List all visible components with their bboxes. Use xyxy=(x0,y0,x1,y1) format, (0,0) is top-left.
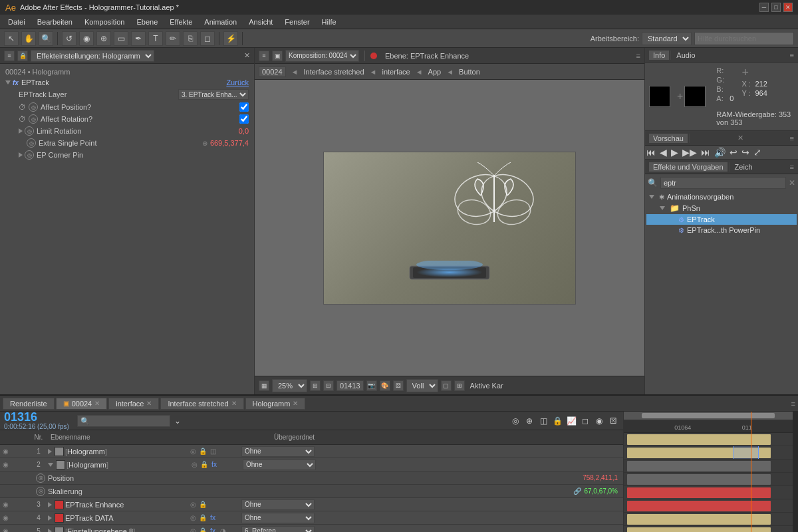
vorschau-settings-icon[interactable]: ≡ xyxy=(790,134,794,142)
ep-phsn-folder[interactable]: 📁 PhSn xyxy=(646,202,797,214)
layer-2-solo-switch[interactable]: ◎ xyxy=(190,461,199,468)
layer-3-parent-select[interactable]: Ohne xyxy=(241,499,315,510)
skalierung-value[interactable]: 67,0,67,0% xyxy=(584,487,618,495)
hand-tool-button[interactable]: ✋ xyxy=(21,31,36,46)
panel-menu-button[interactable]: ≡ xyxy=(4,51,15,61)
timeline-scrollbar-thumb[interactable] xyxy=(642,413,775,418)
tab-interface-close-icon[interactable]: ✕ xyxy=(146,400,152,407)
timeline-scrollbar[interactable] xyxy=(624,412,793,420)
tl-lock-icon[interactable]: 🔒 xyxy=(551,415,563,427)
tab-00024-close-icon[interactable]: ✕ xyxy=(94,400,100,407)
layer-1-collapse-icon[interactable]: ◫ xyxy=(208,448,217,455)
comp-select[interactable]: Komposition: 00024 xyxy=(285,50,359,62)
select-tool-button[interactable]: ↖ xyxy=(4,31,19,46)
layer-5-solo-switch[interactable]: ◎ xyxy=(188,527,198,532)
menu-animation[interactable]: Animation xyxy=(199,17,242,27)
comp-aspect-icon[interactable]: ⊟ xyxy=(323,380,334,391)
extra-point-value[interactable]: 669,5,377,4 xyxy=(210,139,249,147)
layer-2-expand-icon[interactable] xyxy=(48,463,53,467)
tab-interface-stretched-close-icon[interactable]: ✕ xyxy=(231,400,237,407)
layer-4-expand-icon[interactable] xyxy=(48,515,52,521)
tab-audio[interactable]: Audio xyxy=(672,51,699,60)
tl-expand-icon[interactable]: ⌄ xyxy=(172,415,184,427)
comp-region-icon[interactable]: ▢ xyxy=(441,380,452,391)
tab-renderliste[interactable]: Renderliste xyxy=(3,398,55,410)
vorschau-skip-start-button[interactable]: ⏮ xyxy=(646,147,656,158)
pen-tool-button[interactable]: ✒ xyxy=(131,31,146,46)
ep-eptrack-item[interactable]: ⚙ EPTrack xyxy=(646,214,797,225)
ep-eptrack-powerpin-item[interactable]: ⚙ EPTrack...th PowerPin xyxy=(646,225,797,235)
timeline-search-input[interactable] xyxy=(77,415,170,427)
menu-hilfe[interactable]: Hilfe xyxy=(317,17,342,27)
maximize-button[interactable]: □ xyxy=(771,3,781,12)
layer-2-lock-switch[interactable]: 🔒 xyxy=(200,461,209,468)
rect-tool-button[interactable]: ▭ xyxy=(114,31,128,46)
puppet-tool-button[interactable]: ⚡ xyxy=(223,31,238,46)
rotate-tool-button[interactable]: ↺ xyxy=(62,31,76,46)
layer-5-eye-icon[interactable]: ◉ xyxy=(0,527,11,532)
eraser-tool-button[interactable]: ◻ xyxy=(200,31,215,46)
layer-2-fx-icon[interactable]: fx xyxy=(209,461,219,468)
comp-3d-icon[interactable]: ⚄ xyxy=(393,380,404,391)
timeline-playhead[interactable] xyxy=(751,412,751,532)
ep-animationsvorgaben-folder[interactable]: ✱ Animationsvorgaben xyxy=(646,192,797,202)
affect-position-checkbox[interactable] xyxy=(239,102,249,112)
layer-3-expand-icon[interactable] xyxy=(48,502,52,507)
panel-close-button[interactable]: ✕ xyxy=(244,51,250,60)
layer-4-eye-icon[interactable]: ◉ xyxy=(0,514,11,521)
tl-graph-editor-icon[interactable]: 📈 xyxy=(565,415,577,427)
menu-bearbeiten[interactable]: Bearbeiten xyxy=(32,17,78,27)
ep-search-input[interactable] xyxy=(660,177,786,189)
eptrack-layer-select[interactable]: 3. EPTrack Enha... xyxy=(178,89,249,100)
layer-4-fx-icon[interactable]: fx xyxy=(208,514,217,521)
minimize-button[interactable]: ─ xyxy=(759,3,769,12)
layer-2-eye-icon[interactable]: ◉ xyxy=(0,461,11,468)
layer-5-expand-icon[interactable] xyxy=(48,529,52,533)
tab-00024[interactable]: ▣ 00024 ✕ xyxy=(56,398,108,410)
layer-1-expand-icon[interactable] xyxy=(48,449,52,454)
magnify-tool-button[interactable]: 🔍 xyxy=(39,31,53,46)
layer-3-solo-switch[interactable]: ◎ xyxy=(188,501,198,508)
timeline-ruler[interactable]: 01064 011 xyxy=(624,420,793,433)
vorschau-prev-frame-button[interactable]: ◀ xyxy=(660,147,667,158)
vorschau-next-frame-button[interactable]: ▶▶ xyxy=(682,147,697,158)
tl-frame-blend-icon[interactable]: ◫ xyxy=(537,415,549,427)
timeline-menu-icon[interactable]: ≡ xyxy=(791,400,795,408)
tab-interface[interactable]: interface ✕ xyxy=(108,398,159,410)
workspace-select[interactable]: Standard xyxy=(642,32,692,45)
breadcrumb-interface[interactable]: interface xyxy=(382,68,410,76)
tab-info[interactable]: Info xyxy=(649,51,669,60)
camera-tool-button[interactable]: ◉ xyxy=(79,31,94,46)
tab-hologramm-close-icon[interactable]: ✕ xyxy=(293,400,298,407)
vorschau-menu-icon[interactable]: ✕ xyxy=(737,134,743,142)
tl-draft-3d-icon[interactable]: ⚄ xyxy=(607,415,619,427)
layer-5-parent-select[interactable]: 6. Referen... xyxy=(241,526,315,533)
timeline-timecode[interactable]: 01316 xyxy=(4,412,69,423)
tl-solo-icon[interactable]: ◎ xyxy=(509,415,521,427)
vorschau-audio-button[interactable]: 🔊 xyxy=(714,147,726,158)
info-panel-menu-icon[interactable]: ≡ xyxy=(790,51,794,59)
menu-komposition[interactable]: Komposition xyxy=(79,17,130,27)
vorschau-skip-end-button[interactable]: ⏭ xyxy=(701,147,710,158)
tab-interface-stretched[interactable]: Interface stretched ✕ xyxy=(160,398,243,410)
breadcrumb-button[interactable]: Button xyxy=(459,68,480,76)
layer-1-lock-switch[interactable]: 🔒 xyxy=(198,448,207,455)
ep-panel-menu-icon[interactable]: ≡ xyxy=(790,163,794,171)
panel-lock-button[interactable]: 🔒 xyxy=(17,51,28,61)
layer-4-solo-switch[interactable]: ◎ xyxy=(188,514,198,521)
eptrack-header[interactable]: fx EPTrack Zurück xyxy=(3,77,251,88)
tab-hologramm[interactable]: Hologramm ✕ xyxy=(245,398,306,410)
composition-viewport[interactable] xyxy=(255,80,644,376)
menu-datei[interactable]: Datei xyxy=(3,17,31,27)
clone-tool-button[interactable]: ⎘ xyxy=(183,31,198,46)
tl-motion-blur-icon[interactable]: ⊕ xyxy=(523,415,535,427)
ep-search-clear-icon[interactable]: ✕ xyxy=(789,178,795,188)
layer-5-lock-switch[interactable]: 🔒 xyxy=(198,527,207,532)
zoom-select[interactable]: 25% xyxy=(272,379,307,392)
breadcrumb-app[interactable]: App xyxy=(428,68,442,76)
layer-4-parent-select[interactable]: Ohne xyxy=(241,513,315,523)
effect-comp-select[interactable]: Effekteinstellungen: Hologramm xyxy=(31,50,154,62)
ep-tab-effects[interactable]: Effekte und Vorgaben xyxy=(649,162,728,172)
help-search-input[interactable] xyxy=(694,32,794,45)
comp-color-icon[interactable]: 🎨 xyxy=(380,380,390,391)
